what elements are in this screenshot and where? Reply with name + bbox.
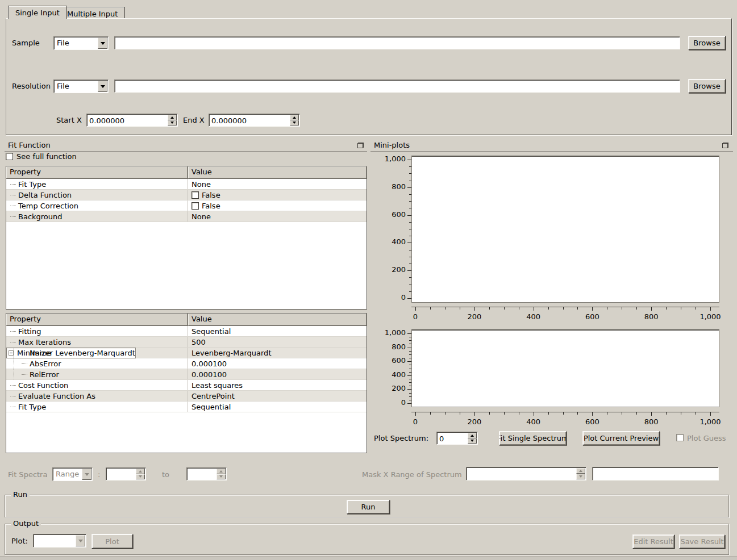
spin-up-icon[interactable] bbox=[576, 468, 585, 474]
value-checkbox[interactable] bbox=[191, 191, 199, 199]
output-plot-button[interactable]: Plot bbox=[91, 534, 133, 549]
start-x-input[interactable] bbox=[88, 115, 166, 126]
start-x-spinbox[interactable] bbox=[86, 114, 178, 127]
end-x-label: End X bbox=[183, 116, 205, 124]
tree-branch-icon bbox=[10, 184, 16, 185]
chevron-down-icon[interactable] bbox=[82, 469, 91, 480]
sample-type-combo[interactable]: File bbox=[53, 36, 109, 50]
plot-guess-checkbox[interactable] bbox=[676, 434, 684, 441]
spin-up-icon[interactable] bbox=[216, 469, 226, 474]
fit-single-spectrum-button[interactable]: Fit Single Spectrum bbox=[499, 431, 567, 445]
chevron-down-icon[interactable] bbox=[76, 535, 85, 546]
value-column-header[interactable]: Value bbox=[188, 166, 367, 178]
y-minor-tick bbox=[409, 257, 411, 257]
spin-up-icon[interactable] bbox=[468, 433, 477, 438]
x-major-tick bbox=[592, 307, 593, 311]
value-label: Levenberg-Marquardt bbox=[191, 349, 271, 357]
mask-x-range-spin-input[interactable] bbox=[468, 469, 574, 479]
tree-branch-icon bbox=[22, 353, 27, 353]
panel-title-label: Fit Function bbox=[8, 141, 51, 149]
y-minor-tick bbox=[409, 250, 411, 250]
button-label: Plot bbox=[105, 537, 119, 546]
fit-spectra-range-combo[interactable]: Range bbox=[52, 467, 93, 481]
property-column-header[interactable]: Property bbox=[6, 166, 188, 178]
float-panel-icon[interactable] bbox=[357, 143, 364, 148]
value-checkbox[interactable] bbox=[191, 202, 199, 210]
output-plot-combo[interactable] bbox=[33, 534, 86, 548]
y-minor-tick bbox=[409, 229, 411, 229]
sample-file-input[interactable] bbox=[116, 38, 678, 48]
see-full-function-checkbox[interactable] bbox=[6, 153, 13, 160]
mask-x-range-input[interactable] bbox=[594, 469, 717, 479]
spin-down-icon[interactable] bbox=[168, 120, 177, 126]
property-row[interactable]: Evaluate Function AsCentrePoint bbox=[6, 391, 367, 402]
tab-single-input[interactable]: Single Input bbox=[8, 6, 67, 19]
sample-file-field[interactable] bbox=[114, 36, 680, 49]
y-minor-tick bbox=[409, 379, 411, 379]
plot-spectrum-input[interactable] bbox=[438, 433, 466, 444]
run-button[interactable]: Run bbox=[347, 500, 390, 514]
y-minor-tick bbox=[409, 400, 411, 400]
save-result-button[interactable]: Save Result bbox=[679, 534, 725, 549]
edit-result-button[interactable]: Edit Result bbox=[632, 534, 674, 549]
property-row[interactable]: Cost FunctionLeast squares bbox=[6, 380, 367, 391]
chevron-down-icon[interactable] bbox=[98, 37, 107, 49]
spectra-to-input[interactable] bbox=[188, 469, 215, 479]
spin-down-icon[interactable] bbox=[290, 120, 299, 126]
y-tick-label: 800 bbox=[373, 182, 406, 191]
end-x-spinbox[interactable] bbox=[209, 114, 300, 127]
table-header: Property Value bbox=[6, 166, 367, 179]
value-column-header[interactable]: Value bbox=[188, 314, 367, 325]
plot-area bbox=[411, 329, 719, 407]
plot-spectrum-spinbox[interactable] bbox=[436, 432, 478, 445]
property-row[interactable]: FittingSequential bbox=[6, 326, 367, 337]
float-panel-icon[interactable] bbox=[722, 143, 728, 148]
x-minor-tick bbox=[489, 307, 490, 310]
spin-up-icon[interactable] bbox=[136, 469, 145, 474]
property-row[interactable]: Fit TypeNone bbox=[6, 179, 367, 190]
resolution-file-input[interactable] bbox=[116, 81, 678, 91]
mask-x-range-field[interactable] bbox=[592, 467, 719, 480]
property-row[interactable]: BackgroundNone bbox=[6, 211, 367, 222]
tab-multiple-input[interactable]: Multiple Input bbox=[60, 7, 125, 18]
property-row[interactable]: Temp CorrectionFalse bbox=[6, 200, 367, 211]
property-row[interactable]: RelError0.000100 bbox=[6, 369, 367, 380]
resolution-browse-button[interactable]: Browse bbox=[688, 79, 726, 93]
y-minor-tick bbox=[409, 369, 411, 369]
y-minor-tick bbox=[409, 382, 411, 383]
property-row[interactable]: Max Iterations500 bbox=[6, 337, 367, 348]
resolution-file-field[interactable] bbox=[114, 80, 680, 93]
spectra-from-spinbox[interactable] bbox=[106, 467, 146, 480]
spin-down-icon[interactable] bbox=[468, 438, 477, 444]
spin-down-icon[interactable] bbox=[136, 474, 145, 480]
property-row[interactable]: NameLevenberg-Marquardt bbox=[6, 348, 367, 358]
value-cell: False bbox=[188, 200, 367, 211]
combo-value: File bbox=[57, 82, 97, 90]
property-row[interactable]: Fit TypeSequential bbox=[6, 402, 367, 412]
fit-function-title: Fit Function bbox=[5, 140, 367, 152]
x-minor-tick bbox=[489, 412, 490, 415]
end-x-input[interactable] bbox=[210, 115, 288, 126]
spin-down-icon[interactable] bbox=[576, 474, 585, 479]
property-column-header[interactable]: Property bbox=[6, 314, 188, 325]
property-row[interactable]: AbsError0.000100 bbox=[6, 358, 367, 369]
property-label: Cost Function bbox=[18, 381, 68, 390]
property-label: Name bbox=[30, 349, 51, 357]
property-row[interactable]: Delta FunctionFalse bbox=[6, 190, 367, 200]
spectra-from-input[interactable] bbox=[107, 469, 134, 479]
y-minor-tick bbox=[409, 365, 411, 365]
button-label: Plot Current Preview bbox=[584, 434, 659, 442]
y-minor-tick bbox=[409, 386, 411, 386]
resolution-type-combo[interactable]: File bbox=[53, 80, 109, 93]
combo-value: Range bbox=[56, 470, 81, 478]
tree-branch-icon bbox=[10, 396, 16, 396]
mask-x-range-spinbox[interactable] bbox=[466, 467, 586, 480]
sample-browse-button[interactable]: Browse bbox=[688, 36, 726, 50]
spin-up-icon[interactable] bbox=[290, 115, 299, 120]
spin-down-icon[interactable] bbox=[216, 474, 226, 480]
spin-up-icon[interactable] bbox=[168, 115, 177, 120]
spectra-to-spinbox[interactable] bbox=[186, 467, 227, 480]
value-label: Sequential bbox=[191, 327, 231, 336]
chevron-down-icon[interactable] bbox=[98, 81, 107, 92]
plot-current-preview-button[interactable]: Plot Current Preview bbox=[582, 431, 660, 445]
